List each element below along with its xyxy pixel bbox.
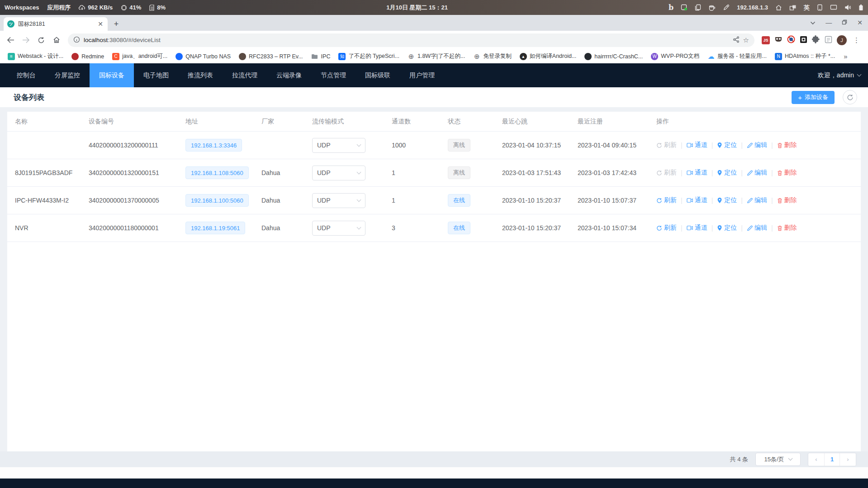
delete-action[interactable]: 删除	[777, 224, 797, 232]
refresh-action[interactable]: 刷新	[656, 224, 677, 232]
nav-menu-item[interactable]: 国标设备	[90, 63, 134, 87]
refresh-action[interactable]: 刷新	[656, 169, 677, 177]
bing-tray-icon[interactable]: b	[669, 3, 674, 12]
current-page-button[interactable]: 1	[824, 453, 840, 466]
nav-menu-item[interactable]: 节点管理	[311, 63, 356, 87]
url-text[interactable]: localhost:38080/#/deviceList	[84, 37, 729, 43]
extensions-puzzle-icon[interactable]	[812, 35, 820, 45]
memory-indicator[interactable]: 8%	[149, 4, 166, 11]
locate-action[interactable]: 定位	[717, 196, 737, 204]
share-icon[interactable]	[733, 36, 740, 44]
cpu-indicator[interactable]: 41%	[121, 4, 141, 11]
mask-extension-icon[interactable]	[774, 36, 783, 44]
workspaces-button[interactable]: Workspaces	[5, 4, 39, 11]
window-switcher-tray-icon[interactable]	[789, 5, 797, 11]
back-button[interactable]	[4, 33, 17, 47]
channel-action[interactable]: 通道	[687, 141, 707, 149]
next-page-button[interactable]: ›	[840, 453, 856, 466]
transport-select[interactable]: UDP	[312, 138, 365, 153]
battery-tray-icon[interactable]	[859, 4, 863, 11]
reload-button[interactable]	[34, 33, 48, 47]
bookmark-item[interactable]: Redmine	[68, 52, 107, 62]
site-info-icon[interactable]	[73, 36, 80, 44]
refresh-list-button[interactable]	[843, 90, 857, 104]
delete-action[interactable]: 删除	[777, 196, 797, 204]
refresh-action[interactable]: 刷新	[656, 196, 677, 204]
device-address-tag[interactable]: 192.168.1.19:5061	[185, 222, 245, 234]
volume-tray-icon[interactable]	[844, 5, 851, 10]
bookmark-item[interactable]: ☁ 服务器 - 轻量应用...	[704, 51, 770, 62]
new-tab-button[interactable]: +	[110, 18, 122, 30]
network-speed-indicator[interactable]: 962 KB/s	[79, 4, 113, 11]
transport-select[interactable]: UDP	[312, 166, 365, 180]
clock-label[interactable]: 1月10日 星期二 15：21	[386, 4, 448, 12]
bookmark-item[interactable]: QNAP Turbo NAS	[172, 52, 234, 62]
transport-select[interactable]: UDP	[312, 193, 365, 208]
color-picker-tray-icon[interactable]	[723, 4, 730, 11]
window-restore-button[interactable]	[842, 19, 847, 26]
browser-menu-icon[interactable]: ⋮	[851, 36, 862, 44]
nav-menu-item[interactable]: 用户管理	[400, 63, 444, 87]
edit-action[interactable]: 编辑	[747, 224, 767, 232]
device-address-tag[interactable]: 192.168.1.108:5060	[185, 166, 249, 179]
screenshot-app-icon[interactable]	[681, 4, 688, 11]
blocker-extension-icon[interactable]	[787, 35, 795, 45]
phone-link-tray-icon[interactable]	[817, 4, 823, 11]
address-bar[interactable]: localhost:38080/#/deviceList ☆	[68, 33, 754, 47]
nav-menu-item[interactable]: 国标级联	[356, 63, 400, 87]
nav-menu-item[interactable]: 控制台	[7, 63, 45, 87]
bookmark-item[interactable]: RFC2833 – RTP Ev...	[236, 52, 306, 62]
add-device-button[interactable]: + 添加设备	[792, 91, 835, 104]
transport-select[interactable]: UDP	[312, 221, 365, 236]
notes-extension-icon[interactable]	[825, 36, 832, 45]
nav-menu-item[interactable]: 云端录像	[267, 63, 311, 87]
bookmark-item[interactable]: IPC	[308, 52, 334, 62]
window-minimize-button[interactable]: —	[825, 19, 832, 26]
clipboard-tray-icon[interactable]	[695, 4, 701, 11]
dark-reader-extension-icon[interactable]	[800, 36, 807, 45]
bookmarks-overflow-chevron[interactable]: »	[840, 52, 851, 60]
browser-tab[interactable]: ツ 国标28181 ✕	[4, 17, 108, 31]
browser-home-button[interactable]	[50, 33, 63, 47]
bookmark-item[interactable]: 知 了不起的 TypeScri...	[335, 51, 403, 62]
tab-close-icon[interactable]: ✕	[97, 20, 104, 28]
window-close-button[interactable]: ✕	[857, 19, 863, 26]
bookmark-item[interactable]: ≡ Webstack - 设计...	[5, 51, 66, 62]
locate-action[interactable]: 定位	[717, 141, 737, 149]
home-tray-icon[interactable]	[775, 5, 782, 11]
prev-page-button[interactable]: ‹	[808, 453, 824, 466]
channel-action[interactable]: 通道	[687, 196, 707, 204]
forward-button[interactable]	[19, 33, 33, 47]
channel-action[interactable]: 通道	[687, 224, 707, 232]
channel-action[interactable]: 通道	[687, 169, 707, 177]
applications-button[interactable]: 应用程序	[47, 4, 71, 12]
nav-menu-item[interactable]: 电子地图	[134, 63, 178, 87]
bookmark-item[interactable]: C java、android可...	[109, 51, 171, 62]
device-address-tag[interactable]: 192.168.1.3:3346	[185, 139, 242, 152]
tab-search-chevron-icon[interactable]	[810, 19, 816, 26]
bookmark-item[interactable]: N HDAtmos :: 种子 *...	[772, 51, 838, 62]
edit-action[interactable]: 编辑	[747, 196, 767, 204]
refresh-action[interactable]: 刷新	[656, 141, 677, 149]
edit-action[interactable]: 编辑	[747, 169, 767, 177]
locate-action[interactable]: 定位	[717, 224, 737, 232]
profile-avatar[interactable]: J	[837, 35, 847, 45]
user-menu[interactable]: 欢迎，admin	[818, 63, 861, 87]
coffee-tray-icon[interactable]	[708, 5, 716, 11]
js-extension-icon[interactable]: JS	[762, 36, 770, 44]
input-method-indicator[interactable]: 英	[804, 4, 810, 12]
bookmark-star-icon[interactable]: ☆	[743, 36, 749, 44]
page-size-select[interactable]: 15条/页	[755, 453, 801, 466]
device-address-tag[interactable]: 192.168.1.100:5060	[185, 194, 249, 207]
bookmark-item[interactable]: W WVP-PRO文档	[648, 51, 702, 62]
nav-menu-item[interactable]: 拉流代理	[223, 63, 267, 87]
bookmark-item[interactable]: hairrrrr/C-CrashC...	[581, 52, 646, 62]
display-tray-icon[interactable]	[830, 5, 837, 10]
nav-menu-item[interactable]: 分屏监控	[45, 63, 90, 87]
ip-address-indicator[interactable]: 192.168.1.3	[737, 4, 768, 11]
bookmark-item[interactable]: ▴ 如何编译Android...	[517, 51, 580, 62]
delete-action[interactable]: 删除	[777, 141, 797, 149]
bookmark-item[interactable]: ⊕ 免登录复制	[470, 51, 515, 62]
edit-action[interactable]: 编辑	[747, 141, 767, 149]
bookmark-item[interactable]: ⊕ 1.8W字|了不起的...	[404, 51, 468, 62]
